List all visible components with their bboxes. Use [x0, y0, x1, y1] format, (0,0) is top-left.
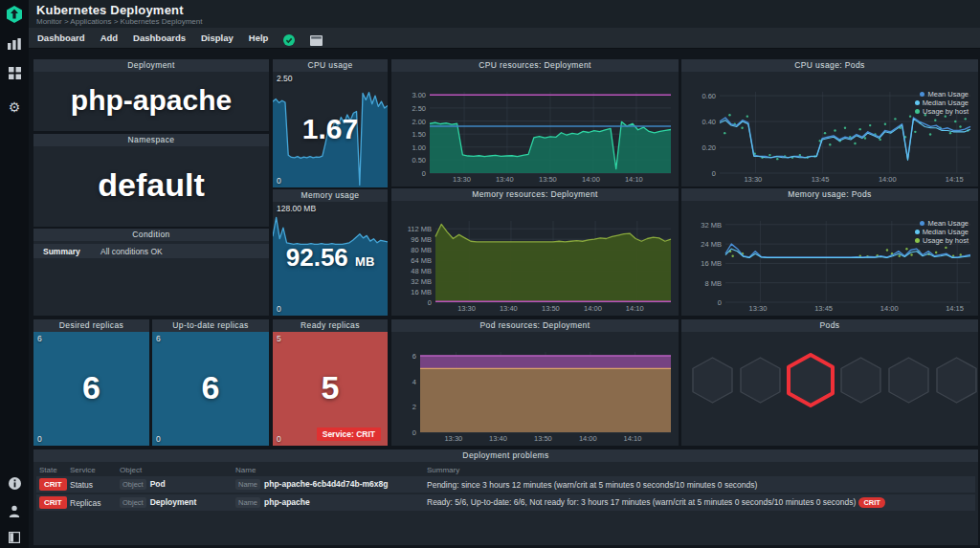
object-value: Deployment — [150, 497, 197, 507]
col-state[interactable]: State — [39, 466, 70, 474]
y-tick-label: 0 — [718, 298, 722, 307]
y-tick-label: 3.00 — [412, 91, 426, 99]
panel-cpu-pods-title: CPU usage: Pods — [681, 59, 978, 72]
y-tick-label: 0 — [428, 298, 432, 307]
panel-deployment-problems: Deployment problems State Service Object… — [33, 449, 978, 545]
legend-entry[interactable]: Median Usage — [915, 99, 969, 107]
panel-namespace: Namespace default — [33, 134, 269, 227]
sidebar-toggle-icon[interactable] — [0, 526, 29, 548]
pod-hexagon-ok[interactable] — [839, 356, 882, 408]
x-tick-label: 13:30 — [453, 175, 471, 184]
x-tick-label: 14:00 — [582, 175, 600, 184]
x-tick-label: 13:50 — [534, 434, 552, 443]
x-tick-label: 14:10 — [625, 175, 643, 184]
panel-ready-replicas-title: Ready replicas — [273, 319, 388, 332]
x-tick-label: 13:45 — [814, 304, 833, 313]
menu-help[interactable]: Help — [249, 33, 269, 43]
col-summary[interactable]: Summary — [427, 466, 975, 474]
name-value: php-apache — [264, 497, 310, 507]
problems-table-row[interactable]: CRITStatusObjectPodNamephp-apache-6cb4d4… — [36, 476, 975, 493]
name-chip: Name — [235, 497, 260, 508]
col-service[interactable]: Service — [70, 466, 120, 474]
cpu-resources-chart: 00.501.001.502.002.503.0013:3013:4013:50… — [391, 84, 679, 186]
legend-entry[interactable]: Mean Usage — [915, 219, 969, 228]
object-value: Pod — [150, 479, 166, 489]
breadcrumb: Monitor > Applications > Kubernetes Depl… — [36, 17, 202, 26]
panel-cpu-usage: CPU usage 2.50 0 1.67 — [273, 59, 388, 187]
app-logo-icon[interactable] — [0, 3, 29, 26]
name-value: php-apache-6cb4d4d74b-m6x8g — [264, 479, 388, 489]
sidebar: ⚙ — [0, 0, 29, 548]
menu-dashboards[interactable]: Dashboards — [133, 33, 186, 43]
legend-dot-icon — [920, 92, 924, 97]
pods-hexagon-row — [691, 353, 978, 411]
menu-display[interactable]: Display — [201, 33, 234, 43]
deployment-name-value: php-apache — [33, 84, 269, 117]
pod-hexagon-ok[interactable] — [887, 356, 930, 408]
legend-entry[interactable]: Usage by host — [915, 107, 969, 116]
panel-deployment: Deployment php-apache — [33, 59, 269, 131]
monitor-bars-icon[interactable] — [0, 33, 29, 55]
object-chip: Object — [120, 497, 146, 508]
y-tick-label: 0.60 — [702, 92, 716, 100]
y-tick-label: 1.50 — [412, 130, 426, 139]
summary-crit-pill: CRIT — [858, 497, 885, 508]
service-link[interactable]: Replicas — [70, 498, 120, 508]
legend-dot-icon — [915, 109, 920, 114]
col-object[interactable]: Object — [120, 466, 235, 474]
page-title: Kubernetes Deployment — [36, 3, 184, 17]
problems-table-row[interactable]: CRITReplicasObjectDeploymentNamephp-apac… — [36, 494, 975, 511]
legend-entry[interactable]: Mean Usage — [915, 90, 969, 99]
legend-dot-icon — [915, 100, 920, 105]
service-link[interactable]: Status — [70, 480, 120, 490]
window-frame-icon[interactable] — [310, 33, 322, 44]
pod-hexagon-ok[interactable] — [935, 356, 978, 408]
legend-dot-icon — [915, 230, 920, 234]
user-icon[interactable] — [0, 499, 29, 522]
problems-table-header: State Service Object Name Summary — [36, 463, 975, 476]
legend-entry[interactable]: Usage by host — [915, 236, 969, 245]
customize-grid-icon[interactable] — [0, 61, 29, 84]
pod-hexagon-ok[interactable] — [691, 356, 734, 408]
state-crit-badge: CRIT — [39, 478, 67, 491]
menu-bar: Dashboard Add Dashboards Display Help — [29, 28, 980, 49]
x-tick-label: 13:50 — [539, 175, 557, 184]
service-crit-badge[interactable]: Service: CRIT — [317, 427, 381, 441]
x-tick-label: 13:40 — [500, 304, 518, 313]
y-tick-label: 48 MB — [411, 267, 432, 275]
chart-legend: Mean UsageMedian UsageUsage by host — [915, 90, 969, 116]
cpu-pods-chart: 00.200.400.6013:3013:4514:0014:15Mean Us… — [681, 84, 978, 186]
status-green-icon[interactable] — [283, 33, 295, 44]
condition-summary-row[interactable]: Summary All conditions OK — [33, 244, 269, 258]
y-tick-label: 0.20 — [702, 143, 716, 152]
menu-add[interactable]: Add — [100, 33, 118, 43]
desired-replicas-value: 6 — [33, 368, 149, 406]
legend-entry[interactable]: Median Usage — [915, 228, 969, 236]
panel-uptodate-replicas-title: Up-to-date replicas — [152, 319, 269, 332]
col-name[interactable]: Name — [235, 466, 427, 474]
cpu-usage-max-label: 2.50 — [277, 74, 293, 83]
pod-resources-chart: 024613:3013:4013:5014:0014:10 — [391, 344, 679, 446]
y-tick-label: 0 — [712, 169, 716, 178]
panel-condition: Condition Summary All conditions OK — [33, 229, 269, 316]
menu-dashboard[interactable]: Dashboard — [37, 33, 85, 43]
panel-cpu-resources-title: CPU resources: Deployment — [391, 59, 679, 72]
x-tick-label: 14:00 — [880, 304, 899, 313]
x-tick-label: 13:30 — [444, 434, 462, 443]
legend-label: Mean Usage — [927, 90, 969, 99]
y-tick-label: 0.50 — [412, 156, 426, 164]
panel-cpu-usage-title: CPU usage — [273, 59, 388, 72]
pod-hexagon-ok[interactable] — [739, 356, 782, 408]
panel-memory-resources: Memory resources: Deployment 016 MB32 MB… — [391, 188, 679, 316]
y-tick-label: 0.40 — [702, 118, 716, 126]
condition-summary-label: Summary — [43, 247, 100, 256]
help-info-icon[interactable] — [0, 471, 29, 494]
pod-hexagon-crit[interactable] — [787, 353, 835, 411]
x-tick-label: 14:10 — [624, 434, 642, 443]
setup-gear-icon[interactable]: ⚙ — [0, 96, 29, 119]
panel-pod-resources-title: Pod resources: Deployment — [391, 319, 679, 332]
panel-memory-resources-title: Memory resources: Deployment — [391, 188, 679, 201]
y-tick-label: 16 MB — [701, 259, 722, 268]
panel-ready-replicas: Ready replicas 5 0 5 Service: CRIT — [273, 319, 388, 446]
problems-table-body: CRITStatusObjectPodNamephp-apache-6cb4d4… — [36, 476, 975, 511]
